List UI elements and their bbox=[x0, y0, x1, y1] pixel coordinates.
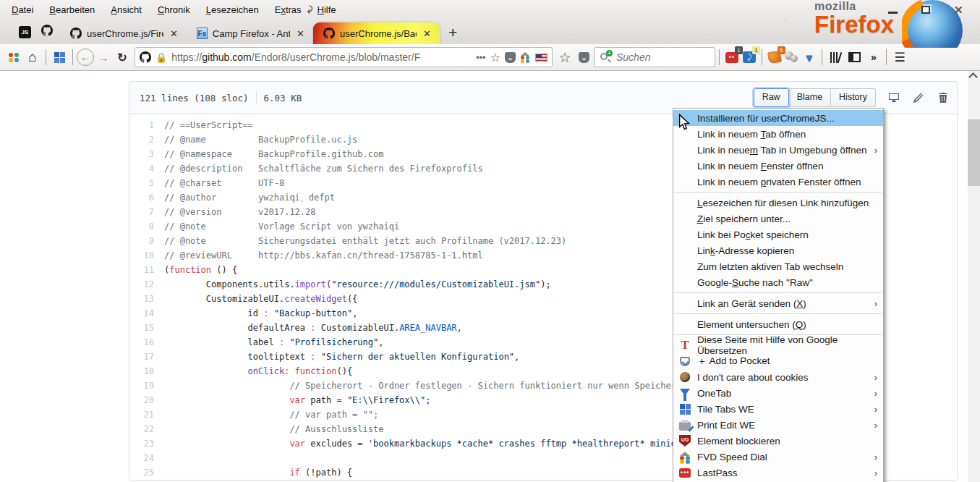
tab[interactable]: FxCamp Firefox - Antw✕ bbox=[187, 22, 313, 44]
context-menu-item[interactable]: Tile Tabs WE› bbox=[673, 401, 883, 417]
line-number[interactable]: 19 bbox=[129, 379, 164, 393]
reload-icon[interactable]: ↻ bbox=[113, 48, 132, 67]
scrollbar-thumb[interactable] bbox=[968, 119, 980, 186]
page-actions-icon[interactable]: ••• bbox=[476, 52, 486, 63]
pocket-toolbar-icon[interactable]: ⌄ bbox=[579, 52, 589, 63]
line-number[interactable]: 24 bbox=[129, 451, 164, 465]
context-menu-item[interactable]: Link bei Pocket speichern bbox=[673, 227, 883, 242]
back-icon[interactable]: ← bbox=[77, 48, 94, 66]
line-number[interactable]: 1 bbox=[129, 118, 164, 132]
home-icon[interactable]: ⌂ bbox=[23, 48, 42, 67]
menubar-item[interactable]: Lesezeichen bbox=[199, 1, 266, 18]
line-number[interactable]: 18 bbox=[129, 364, 164, 379]
line-number[interactable]: 7 bbox=[129, 205, 164, 219]
minimize-button[interactable] bbox=[888, 12, 898, 14]
line-number[interactable]: 12 bbox=[129, 277, 164, 292]
new-tab-button[interactable]: + bbox=[440, 24, 464, 44]
forward-icon[interactable]: → bbox=[94, 48, 113, 67]
context-menu-item[interactable]: Google-Suche nach "Raw" bbox=[673, 274, 883, 290]
context-menu-item[interactable]: OneTab› bbox=[673, 385, 883, 401]
pinned-tab-github[interactable] bbox=[41, 25, 53, 39]
context-menu-item[interactable]: UOElement blockieren bbox=[673, 433, 883, 449]
edit-pencil-icon[interactable] bbox=[912, 91, 925, 104]
line-number[interactable]: 23 bbox=[129, 436, 164, 451]
line-number[interactable]: 25 bbox=[129, 465, 164, 480]
onetab-toolbar-icon[interactable]: ▼ bbox=[801, 49, 818, 65]
context-menu-item[interactable]: •••LastPass› bbox=[673, 465, 883, 481]
tab-close-icon[interactable]: ✕ bbox=[422, 28, 431, 39]
pocket-icon[interactable]: ⌄ bbox=[505, 52, 516, 63]
context-menu-item[interactable]: Link in neuem Tab in Umgebung öffnen› bbox=[673, 142, 883, 158]
tab[interactable]: userChrome.js/Firef✕ bbox=[60, 22, 187, 44]
context-menu-item[interactable]: Installieren für userChromeJS... bbox=[673, 110, 883, 126]
menu-hamburger-icon[interactable]: ☰ bbox=[890, 48, 909, 67]
history-button[interactable]: History bbox=[831, 88, 876, 107]
line-number[interactable]: 20 bbox=[129, 393, 164, 407]
line-number[interactable]: 2 bbox=[129, 132, 164, 147]
menubar-item[interactable]: Chronik bbox=[150, 1, 197, 18]
line-number[interactable]: 11 bbox=[129, 263, 164, 277]
context-menu-item[interactable]: ＋ Add to Pocket bbox=[673, 353, 883, 369]
line-number[interactable]: 4 bbox=[129, 161, 164, 176]
context-menu-item[interactable]: Link in neuem Fenster öffnen bbox=[673, 158, 883, 174]
line-number[interactable]: 13 bbox=[129, 292, 164, 306]
context-menu-item[interactable]: Link in neuem privaten Fenster öffnen bbox=[673, 174, 883, 190]
open-desktop-icon[interactable] bbox=[887, 91, 900, 104]
search-input[interactable] bbox=[616, 51, 696, 63]
context-menu-item[interactable]: Element untersuchen (Q) bbox=[673, 316, 883, 332]
https-lock-icon[interactable]: 🔒 bbox=[155, 52, 167, 63]
context-menu-item[interactable]: Link-Adresse kopieren bbox=[673, 242, 883, 258]
line-number[interactable]: 15 bbox=[129, 321, 164, 335]
line-number[interactable]: 21 bbox=[129, 407, 164, 422]
line-number[interactable]: 22 bbox=[129, 422, 164, 436]
fox-updater-icon[interactable]: 5 bbox=[766, 49, 783, 65]
overflow-chevron-icon[interactable]: » bbox=[864, 48, 882, 67]
speed-dial-dots-icon[interactable] bbox=[4, 48, 23, 67]
line-number[interactable]: 8 bbox=[129, 219, 164, 234]
context-menu-item[interactable]: I don't care about cookies› bbox=[673, 369, 883, 385]
delete-trash-icon[interactable] bbox=[937, 91, 950, 104]
raw-button[interactable]: Raw bbox=[754, 88, 789, 107]
line-number[interactable]: 10 bbox=[129, 248, 164, 263]
close-button[interactable]: ✕ bbox=[954, 6, 963, 14]
context-menu-item[interactable]: TDiese Seite mit Hilfe von Google Überse… bbox=[673, 337, 883, 353]
lastpass-toolbar-icon[interactable]: ••1 bbox=[723, 49, 741, 65]
bookmark-this-page-icon[interactable]: ☆ bbox=[555, 48, 574, 67]
search-bar[interactable]: + bbox=[594, 47, 715, 67]
url-bar[interactable]: 🔒 https://github.com/Endor8/userChrome.j… bbox=[135, 47, 553, 67]
line-number[interactable]: 3 bbox=[129, 147, 164, 161]
context-menu-item[interactable]: Ziel speichern unter... bbox=[673, 211, 883, 227]
pinned-tab-js[interactable]: JS bbox=[19, 26, 31, 38]
menubar-item[interactable]: Ansicht bbox=[103, 1, 149, 18]
tile-tabs-icon[interactable] bbox=[50, 48, 69, 67]
context-menu-item[interactable]: Print Edit WE› bbox=[673, 417, 883, 433]
sidebar-toggle-icon[interactable] bbox=[845, 48, 864, 67]
page-scrollbar[interactable] bbox=[968, 71, 980, 482]
line-number[interactable]: 9 bbox=[129, 234, 164, 248]
tab-close-icon[interactable]: ✕ bbox=[295, 28, 304, 39]
fvd-home-icon[interactable] bbox=[520, 52, 531, 62]
proxy-spheres-icon[interactable] bbox=[783, 49, 801, 65]
context-menu-item[interactable]: Link in neuem Tab öffnen bbox=[673, 126, 883, 142]
line-number[interactable]: 5 bbox=[129, 176, 164, 190]
url-text[interactable]: https://github.com/Endor8/userChrome.js/… bbox=[171, 51, 472, 63]
session-manager-icon[interactable]: ⤸1 bbox=[741, 49, 758, 65]
scrollbar-up-arrow-icon[interactable] bbox=[968, 72, 978, 82]
blame-button[interactable]: Blame bbox=[789, 88, 831, 107]
menubar-item[interactable]: Datei bbox=[4, 1, 41, 18]
context-menu-item[interactable]: Link an Gerät senden (X)› bbox=[673, 295, 883, 311]
context-menu-item[interactable]: FVD Speed Dial› bbox=[673, 449, 883, 465]
undo-closed-tab-icon[interactable]: ↷ bbox=[302, 5, 315, 14]
line-number[interactable]: 16 bbox=[129, 335, 164, 350]
context-menu-item[interactable]: Zum letzten aktiven Tab wechseln bbox=[673, 258, 883, 274]
restore-button[interactable] bbox=[921, 6, 930, 14]
tab-close-icon[interactable]: ✕ bbox=[169, 28, 178, 39]
bookmark-star-icon[interactable]: ☆ bbox=[490, 51, 500, 64]
context-menu-item[interactable]: Lesezeichen für diesen Link hinzufügen bbox=[673, 195, 883, 211]
search-engine-icon[interactable]: + bbox=[600, 51, 612, 63]
line-number[interactable]: 6 bbox=[129, 190, 164, 205]
line-number[interactable]: 14 bbox=[129, 306, 164, 321]
tab-active[interactable]: userChrome.js/Back✕ bbox=[313, 22, 440, 44]
line-number[interactable]: 17 bbox=[129, 350, 164, 364]
menubar-item[interactable]: Bearbeiten bbox=[42, 1, 102, 18]
